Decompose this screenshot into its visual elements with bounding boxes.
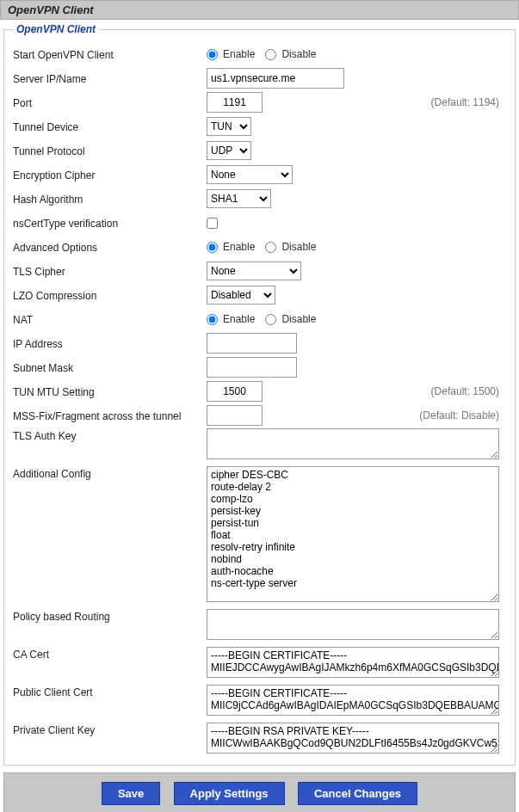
tlsauth-label: TLS Auth Key [13,428,207,442]
tls-cipher-select[interactable]: None [207,261,301,280]
policyroute-textarea[interactable] [207,609,499,640]
nscerttype-checkbox[interactable] [207,218,218,229]
hash-algorithm-label: Hash Algorithm [13,192,207,206]
start-disable-radio[interactable] [265,49,276,60]
encryption-cipher-label: Encryption Cipher [13,168,207,181]
openvpn-client-section: OpenVPN Client Start OpenVPN Client Enab… [3,23,516,766]
addlcfg-textarea[interactable]: cipher DES-CBC route-delay 2 comp-lzo pe… [207,466,499,602]
tunmtu-hint: (Default: 1500) [431,385,506,397]
clientcert-label: Public Client Cert [13,685,207,698]
advanced-options-label: Advanced Options [13,240,207,254]
section-legend: OpenVPN Client [13,23,99,35]
encryption-cipher-select[interactable]: None [207,165,293,184]
start-disable-text: Disable [281,48,316,60]
mssfix-label: MSS-Fix/Fragment across the tunnel [13,409,207,422]
page-title: OpenVPN Client [8,3,94,16]
buttons-bar: Save Apply Settings Cancel Changes [3,772,516,812]
page-title-bar: OpenVPN Client [0,0,519,20]
advopts-disable-radio[interactable] [265,242,276,253]
policyroute-label: Policy based Routing [13,609,207,623]
advopts-disable-text: Disable [281,241,316,253]
subnet-label: Subnet Mask [13,360,207,374]
start-enable-text: Enable [223,48,255,60]
cancel-button[interactable]: Cancel Changes [298,782,417,805]
subnet-input[interactable] [207,357,297,378]
lzo-label: LZO Compression [13,288,207,302]
port-hint: (Default: 1194) [431,96,506,108]
nscerttype-label: nsCertType verification [13,216,207,230]
server-label: Server IP/Name [13,71,207,85]
port-input[interactable] [207,92,263,113]
advopts-enable-text: Enable [223,241,255,253]
clientcert-textarea[interactable]: -----BEGIN CERTIFICATE----- MIIC9jCCAd6g… [207,685,499,716]
tunmtu-label: TUN MTU Setting [13,384,207,398]
advopts-enable-radio[interactable] [207,242,218,253]
tunnel-device-select[interactable]: TUN [207,117,251,136]
mssfix-input[interactable] [207,405,263,426]
nat-enable-radio[interactable] [207,314,218,325]
mssfix-hint: (Default: Disable) [419,409,506,421]
cacert-label: CA Cert [13,647,207,661]
apply-button[interactable]: Apply Settings [174,782,285,805]
clientkey-label: Private Client Key [13,723,207,736]
tunnel-device-label: Tunnel Device [13,120,207,133]
hash-algorithm-select[interactable]: SHA1 [207,189,271,208]
cacert-textarea[interactable]: -----BEGIN CERTIFICATE----- MIIEJDCCAwyg… [207,647,499,678]
tls-cipher-label: TLS Cipher [13,264,207,278]
tlsauth-textarea[interactable] [207,428,499,459]
addlcfg-label: Additional Config [13,466,207,480]
start-enable-radio[interactable] [207,49,218,60]
ip-input[interactable] [207,333,297,354]
save-button[interactable]: Save [102,782,160,805]
tunnel-protocol-label: Tunnel Protocol [13,144,207,157]
port-label: Port [13,95,207,109]
server-input[interactable] [207,68,344,89]
lzo-select[interactable]: Disabled [207,286,275,304]
clientkey-textarea[interactable]: -----BEGIN RSA PRIVATE KEY----- MIICWwIB… [207,723,499,754]
nat-enable-text: Enable [223,313,255,325]
tunmtu-input[interactable] [207,381,263,402]
tunnel-protocol-select[interactable]: UDP [207,141,251,160]
ip-label: IP Address [13,336,207,350]
nat-disable-text: Disable [281,313,316,325]
nat-disable-radio[interactable] [265,314,276,325]
nat-label: NAT [13,312,207,326]
start-label: Start OpenVPN Client [13,47,207,61]
